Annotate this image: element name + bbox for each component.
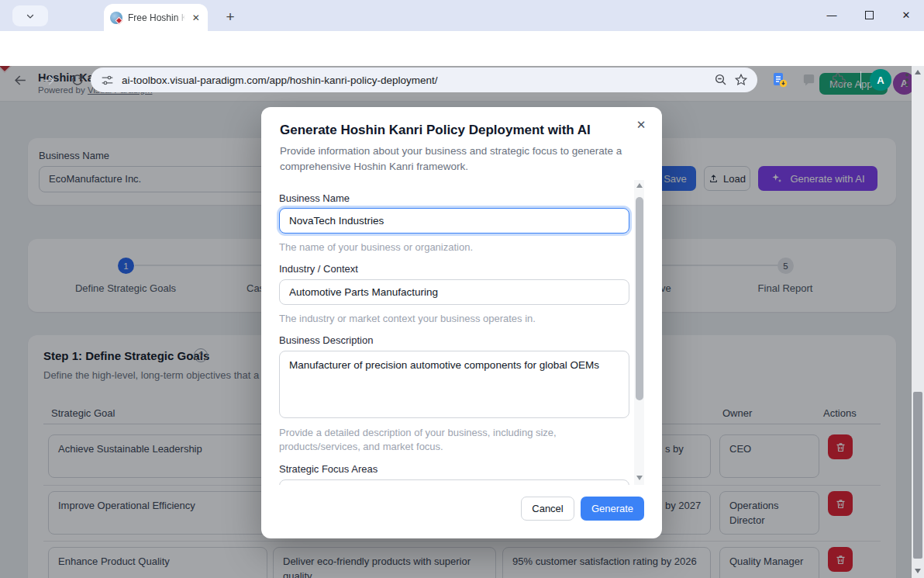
industry-label: Industry / Context xyxy=(279,263,358,275)
strategic-focus-label: Strategic Focus Areas xyxy=(279,463,378,475)
tab-close-icon[interactable]: ✕ xyxy=(191,12,202,24)
page-scrollbar-thumb[interactable] xyxy=(913,392,922,559)
dialog-title: Generate Hoshin Kanri Policy Deployment … xyxy=(280,123,591,138)
industry-input[interactable] xyxy=(279,279,629,305)
dialog-subtitle: Provide information about your business … xyxy=(280,144,630,175)
chevron-down-icon xyxy=(26,12,35,21)
screen: Free Hoshin Kanri Tool: Plan & E ✕ + — ✕… xyxy=(0,0,924,578)
back-icon[interactable] xyxy=(11,71,29,89)
dialog-scrollbar-thumb[interactable] xyxy=(636,197,643,400)
browser-profile-avatar[interactable]: A xyxy=(870,69,891,91)
cancel-button[interactable]: Cancel xyxy=(521,497,574,521)
toolbar-divider xyxy=(860,71,861,88)
business-name-help: The name of your business or organizatio… xyxy=(279,241,636,254)
window-close-button[interactable]: ✕ xyxy=(895,3,918,26)
download-doc-extension-icon[interactable] xyxy=(771,71,789,89)
window-maximize-button[interactable] xyxy=(857,3,881,26)
extensions-puzzle-icon[interactable] xyxy=(829,71,848,89)
reload-icon[interactable] xyxy=(68,71,87,89)
site-info-icon[interactable] xyxy=(101,74,114,87)
business-description-textarea[interactable]: Manufacturer of precision automotive com… xyxy=(279,351,629,418)
browser-menu-kebab-icon[interactable] xyxy=(898,71,916,89)
bookmark-star-icon[interactable] xyxy=(734,73,748,87)
browser-tab[interactable]: Free Hoshin Kanri Tool: Plan & E ✕ xyxy=(104,4,208,31)
business-description-label: Business Description xyxy=(279,334,373,346)
tab-favicon-icon xyxy=(110,12,122,24)
generate-button[interactable]: Generate xyxy=(581,497,644,521)
tab-title: Free Hoshin Kanri Tool: Plan & E xyxy=(128,12,185,23)
dialog-form-scroll-area: Business Name The name of your business … xyxy=(261,180,662,485)
dialog-scrollbar[interactable] xyxy=(634,180,644,485)
business-description-help: Provide a detailed description of your b… xyxy=(279,426,636,454)
browser-toolbar: ai-toolbox.visual-paradigm.com/app/hoshi… xyxy=(0,31,924,66)
business-name-input[interactable] xyxy=(279,208,629,234)
window-minimize-button[interactable]: — xyxy=(820,3,843,26)
strategic-focus-input[interactable] xyxy=(279,479,629,485)
forward-icon[interactable] xyxy=(39,71,57,89)
dialog-scroll-up-arrow-icon[interactable] xyxy=(636,183,643,188)
address-bar[interactable]: ai-toolbox.visual-paradigm.com/app/hoshi… xyxy=(91,67,757,92)
industry-help: The industry or market context your busi… xyxy=(279,312,636,326)
profile-initial: A xyxy=(877,74,884,86)
new-tab-button[interactable]: + xyxy=(220,7,240,27)
generate-ai-dialog: ✕ Generate Hoshin Kanri Policy Deploymen… xyxy=(261,107,662,538)
browser-tab-strip: Free Hoshin Kanri Tool: Plan & E ✕ + — ✕ xyxy=(0,0,924,31)
dialog-close-icon[interactable]: ✕ xyxy=(633,116,650,133)
business-name-label: Business Name xyxy=(279,192,350,204)
tab-search-button[interactable] xyxy=(12,5,48,26)
side-panel-icon[interactable] xyxy=(799,71,818,89)
zoom-out-icon[interactable] xyxy=(714,73,728,87)
scroll-down-arrow-icon[interactable] xyxy=(915,569,921,573)
dialog-scroll-down-arrow-icon[interactable] xyxy=(636,476,643,480)
page-scrollbar[interactable] xyxy=(912,66,924,578)
url-text: ai-toolbox.visual-paradigm.com/app/hoshi… xyxy=(122,74,714,86)
